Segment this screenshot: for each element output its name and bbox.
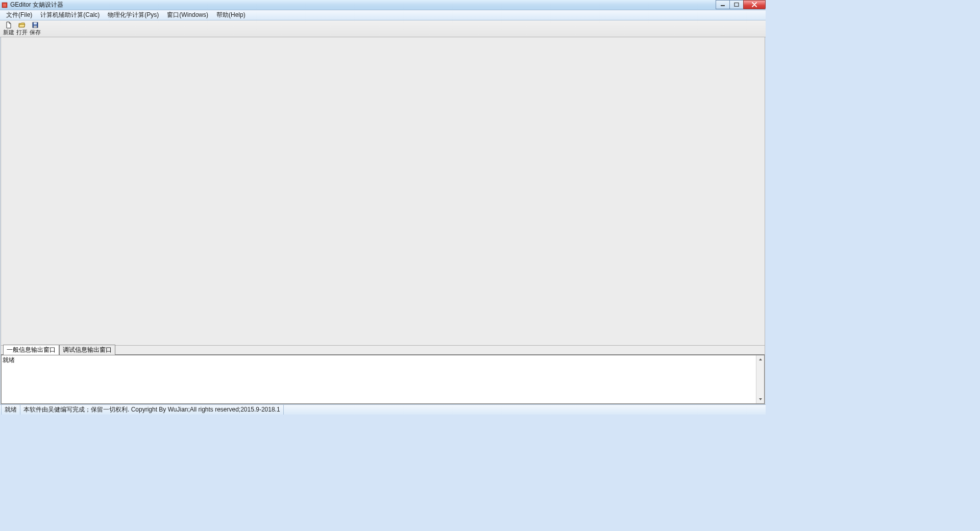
- menu-pys[interactable]: 物理化学计算(Pys): [104, 10, 163, 20]
- svg-rect-1: [3, 4, 6, 7]
- menu-label: 物理化学计算(Pys): [108, 11, 159, 19]
- svg-rect-5: [34, 22, 37, 25]
- scroll-down-icon[interactable]: [756, 395, 765, 403]
- save-button[interactable]: 保存: [29, 21, 42, 36]
- menu-windows[interactable]: 窗口(Windows): [163, 10, 212, 20]
- menu-calc[interactable]: 计算机辅助计算(Calc): [36, 10, 104, 20]
- window-controls: [716, 0, 766, 9]
- svg-rect-3: [734, 3, 739, 7]
- open-button[interactable]: 打开: [15, 21, 29, 36]
- new-button[interactable]: 新建: [2, 21, 15, 36]
- toolbar: 新建 打开 保存: [0, 20, 766, 37]
- output-text: 就绪: [2, 355, 764, 365]
- svg-rect-6: [34, 26, 37, 28]
- titlebar: GEditor 女娲设计器: [0, 0, 766, 10]
- toolbar-label: 打开: [16, 29, 28, 36]
- menu-label: 文件(File): [6, 11, 32, 19]
- status-copyright-label: 本软件由吴健编写完成；保留一切权利. Copyright By WuJian;A…: [23, 405, 280, 414]
- status-copyright: 本软件由吴健编写完成；保留一切权利. Copyright By WuJian;A…: [20, 405, 284, 415]
- minimize-button[interactable]: [716, 0, 730, 9]
- scroll-up-icon[interactable]: [756, 355, 765, 364]
- toolbar-label: 新建: [3, 29, 14, 36]
- output-panel: 一般信息输出窗口 调试信息输出窗口 就绪: [1, 346, 765, 404]
- status-ready-label: 就绪: [5, 405, 17, 414]
- output-scrollbar[interactable]: [756, 355, 764, 403]
- tab-label: 调试信息输出窗口: [63, 346, 112, 353]
- output-tabstrip: 一般信息输出窗口 调试信息输出窗口: [1, 346, 765, 355]
- output-area[interactable]: 就绪: [1, 355, 765, 404]
- toolbar-label: 保存: [30, 29, 41, 36]
- menu-file[interactable]: 文件(File): [2, 10, 36, 20]
- menu-help[interactable]: 帮助(Help): [212, 10, 250, 20]
- tab-debug-output[interactable]: 调试信息输出窗口: [59, 345, 115, 355]
- client-area: [1, 37, 765, 346]
- save-floppy-icon: [31, 21, 39, 29]
- window-title: GEditor 女娲设计器: [10, 1, 63, 9]
- close-button[interactable]: [743, 0, 766, 9]
- svg-rect-2: [721, 5, 725, 6]
- menu-label: 帮助(Help): [216, 11, 246, 19]
- new-file-icon: [5, 21, 13, 29]
- menu-label: 计算机辅助计算(Calc): [40, 11, 100, 19]
- tab-general-output[interactable]: 一般信息输出窗口: [3, 345, 59, 355]
- statusbar: 就绪 本软件由吴健编写完成；保留一切权利. Copyright By WuJia…: [0, 404, 766, 415]
- maximize-button[interactable]: [729, 0, 744, 9]
- tab-label: 一般信息输出窗口: [7, 346, 56, 353]
- menubar: 文件(File) 计算机辅助计算(Calc) 物理化学计算(Pys) 窗口(Wi…: [0, 10, 766, 20]
- open-folder-icon: [18, 21, 26, 29]
- status-ready: 就绪: [1, 405, 20, 415]
- app-icon: [1, 2, 8, 9]
- menu-label: 窗口(Windows): [167, 11, 208, 19]
